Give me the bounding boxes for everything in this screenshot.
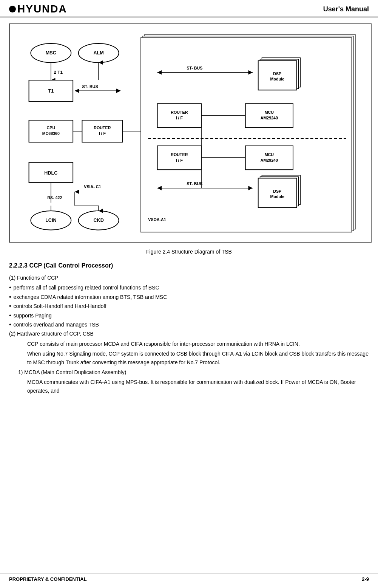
- bullet-text-2: exchanges CDMA related information among…: [14, 293, 167, 301]
- svg-text:ALM: ALM: [93, 50, 103, 56]
- svg-text:T1: T1: [48, 88, 54, 94]
- svg-text:MSC: MSC: [46, 50, 56, 56]
- svg-text:DSP: DSP: [273, 189, 281, 193]
- logo-area: HYUNDA: [9, 3, 67, 15]
- svg-text:I / F: I / F: [176, 158, 183, 162]
- svg-text:CPU: CPU: [47, 125, 56, 130]
- bullet-text-1: performs all of call processing related …: [14, 283, 159, 292]
- bullet-dot-icon: •: [9, 320, 11, 329]
- svg-text:ROUTER: ROUTER: [171, 110, 188, 115]
- bullet-item-3: • controls Soft-Handoff and Hard-Handoff: [9, 302, 369, 310]
- svg-text:Module: Module: [270, 194, 284, 199]
- svg-text:I / F: I / F: [99, 131, 106, 136]
- footer-right: 2-9: [362, 576, 369, 582]
- svg-text:AM29240: AM29240: [261, 116, 278, 120]
- main-content: MSC ALM 2 T1 T1 ST- BUS CPU MC68360 RO: [0, 17, 378, 402]
- svg-text:VSOA-A1: VSOA-A1: [148, 217, 166, 222]
- svg-rect-2: [141, 37, 352, 232]
- bullet-dot-icon: •: [9, 302, 11, 310]
- bullet-text-3: controls Soft-Handoff and Hard-Handoff: [14, 302, 106, 310]
- svg-text:ROUTER: ROUTER: [94, 125, 111, 130]
- svg-text:I / F: I / F: [176, 116, 183, 120]
- bullet-dot-icon: •: [9, 293, 11, 301]
- diagram-container: MSC ALM 2 T1 T1 ST- BUS CPU MC68360 RO: [9, 23, 372, 243]
- page-footer: PROPRIETARY & CONFIDENTIAL 2-9: [0, 574, 378, 582]
- functions-title: (1) Functions of CCP: [9, 274, 369, 282]
- hardware-para2: When using No.7 Signaling mode, CCP syst…: [27, 350, 369, 367]
- svg-text:MCU: MCU: [265, 110, 274, 115]
- svg-text:ST- BUS: ST- BUS: [187, 66, 202, 70]
- bullet-list: • performs all of call processing relate…: [9, 283, 369, 329]
- svg-text:ST- BUS: ST- BUS: [82, 84, 98, 89]
- bullet-item-1: • performs all of call processing relate…: [9, 283, 369, 292]
- bullet-item-5: • controls overload and manages TSB: [9, 320, 369, 329]
- logo-text: HYUNDA: [17, 3, 67, 15]
- bullet-item-2: • exchanges CDMA related information amo…: [9, 293, 369, 301]
- bullet-dot-icon: •: [9, 283, 11, 292]
- logo-dot-icon: [9, 6, 16, 12]
- svg-text:RS- 422: RS- 422: [47, 195, 62, 200]
- section-heading: 2.2.2.3 CCP (Call Control Processor): [9, 262, 369, 269]
- mcda-heading: 1) MCDA (Main Control Duplication Assemb…: [18, 368, 369, 376]
- svg-text:AM29240: AM29240: [261, 158, 278, 162]
- svg-text:MC68360: MC68360: [42, 131, 60, 136]
- mcda-para: MCDA communicates with CIFA-A1 using MPS…: [27, 378, 369, 395]
- bullet-text-5: controls overload and manages TSB: [14, 320, 99, 329]
- bullet-item-4: • supports Paging: [9, 311, 369, 320]
- svg-text:DSP: DSP: [273, 71, 281, 76]
- hardware-title: (2) Hardware structure of CCP, CSB: [9, 330, 369, 338]
- svg-text:ST- BUS: ST- BUS: [187, 181, 202, 186]
- hardware-para1: CCP consists of main processor MCDA and …: [27, 340, 369, 348]
- page-title: User's Manual: [323, 5, 369, 13]
- svg-text:Module: Module: [270, 77, 284, 81]
- svg-text:2  T1: 2 T1: [54, 70, 63, 74]
- figure-caption: Figure 2.4 Structure Diagram of TSB: [9, 249, 369, 255]
- diagram-svg: MSC ALM 2 T1 T1 ST- BUS CPU MC68360 RO: [16, 30, 365, 236]
- svg-text:LCIN: LCIN: [45, 218, 56, 223]
- svg-text:MCU: MCU: [265, 152, 274, 157]
- footer-left: PROPRIETARY & CONFIDENTIAL: [9, 576, 87, 582]
- svg-text:HDLC: HDLC: [44, 170, 57, 176]
- svg-text:CKD: CKD: [93, 218, 103, 223]
- bullet-dot-icon: •: [9, 311, 11, 320]
- page-header: HYUNDA User's Manual: [0, 0, 378, 17]
- svg-text:ROUTER: ROUTER: [171, 152, 188, 157]
- bullet-text-4: supports Paging: [14, 311, 52, 320]
- svg-text:VSIA- C1: VSIA- C1: [84, 184, 101, 189]
